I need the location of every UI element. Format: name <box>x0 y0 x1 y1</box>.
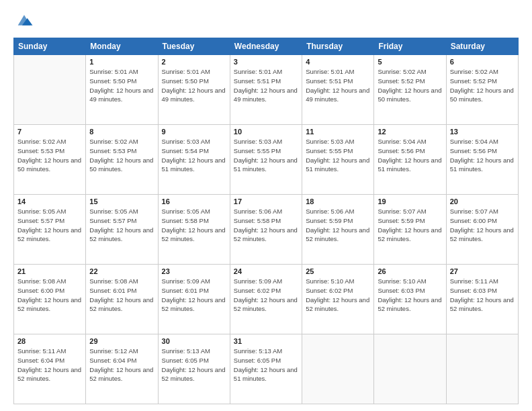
day-detail: Sunrise: 5:01 AMSunset: 5:51 PMDaylight:… <box>306 67 370 104</box>
day-number: 12 <box>378 128 442 136</box>
day-detail: Sunrise: 5:09 AMSunset: 6:02 PMDaylight:… <box>234 277 298 314</box>
day-number: 23 <box>162 267 226 275</box>
day-detail: Sunrise: 5:01 AMSunset: 5:50 PMDaylight:… <box>89 67 154 104</box>
day-number: 5 <box>378 58 442 66</box>
day-detail: Sunrise: 5:07 AMSunset: 5:59 PMDaylight:… <box>378 207 442 244</box>
week-row-3: 14 Sunrise: 5:05 AMSunset: 5:57 PMDaylig… <box>14 195 519 265</box>
day-number: 28 <box>17 337 82 345</box>
calendar-cell: 3 Sunrise: 5:01 AMSunset: 5:51 PMDayligh… <box>230 55 302 125</box>
day-detail: Sunrise: 5:05 AMSunset: 5:57 PMDaylight:… <box>89 207 154 244</box>
weekday-header-friday: Friday <box>374 38 446 55</box>
day-detail: Sunrise: 5:07 AMSunset: 6:00 PMDaylight:… <box>450 207 515 244</box>
calendar-cell: 14 Sunrise: 5:05 AMSunset: 5:57 PMDaylig… <box>14 195 86 265</box>
day-number: 29 <box>89 337 154 345</box>
day-detail: Sunrise: 5:06 AMSunset: 5:58 PMDaylight:… <box>234 207 298 244</box>
calendar-cell: 31 Sunrise: 5:13 AMSunset: 6:05 PMDaylig… <box>230 334 302 404</box>
day-detail: Sunrise: 5:12 AMSunset: 6:04 PMDaylight:… <box>89 347 154 383</box>
calendar-cell <box>302 334 374 404</box>
day-detail: Sunrise: 5:09 AMSunset: 6:01 PMDaylight:… <box>162 277 226 314</box>
day-number: 3 <box>234 58 298 66</box>
calendar-cell <box>374 334 446 404</box>
day-number: 20 <box>450 197 515 205</box>
calendar-cell: 13 Sunrise: 5:04 AMSunset: 5:56 PMDaylig… <box>446 125 518 195</box>
day-detail: Sunrise: 5:08 AMSunset: 6:01 PMDaylight:… <box>89 277 154 314</box>
day-number: 10 <box>234 128 298 136</box>
calendar-cell: 30 Sunrise: 5:13 AMSunset: 6:05 PMDaylig… <box>158 334 230 404</box>
day-detail: Sunrise: 5:13 AMSunset: 6:05 PMDaylight:… <box>234 347 298 383</box>
calendar-cell: 8 Sunrise: 5:02 AMSunset: 5:53 PMDayligh… <box>86 125 158 195</box>
day-number: 9 <box>162 128 226 136</box>
weekday-header-sunday: Sunday <box>14 38 86 55</box>
day-number: 2 <box>162 58 226 66</box>
day-number: 7 <box>17 128 82 136</box>
day-number: 31 <box>234 337 298 345</box>
day-detail: Sunrise: 5:05 AMSunset: 5:58 PMDaylight:… <box>162 207 226 244</box>
calendar-cell: 18 Sunrise: 5:06 AMSunset: 5:59 PMDaylig… <box>302 195 374 265</box>
calendar-cell: 12 Sunrise: 5:04 AMSunset: 5:56 PMDaylig… <box>374 125 446 195</box>
day-number: 17 <box>234 197 298 205</box>
calendar-cell: 26 Sunrise: 5:10 AMSunset: 6:03 PMDaylig… <box>374 265 446 334</box>
calendar-cell <box>14 55 86 125</box>
day-detail: Sunrise: 5:11 AMSunset: 6:03 PMDaylight:… <box>450 277 515 314</box>
day-detail: Sunrise: 5:04 AMSunset: 5:56 PMDaylight:… <box>378 137 442 174</box>
day-number: 14 <box>17 197 82 205</box>
day-detail: Sunrise: 5:03 AMSunset: 5:55 PMDaylight:… <box>306 137 370 174</box>
day-number: 26 <box>378 267 442 275</box>
calendar-cell: 21 Sunrise: 5:08 AMSunset: 6:00 PMDaylig… <box>14 265 86 334</box>
calendar-cell: 23 Sunrise: 5:09 AMSunset: 6:01 PMDaylig… <box>158 265 230 334</box>
calendar-cell: 22 Sunrise: 5:08 AMSunset: 6:01 PMDaylig… <box>86 265 158 334</box>
weekday-header-saturday: Saturday <box>446 38 518 55</box>
calendar-cell: 20 Sunrise: 5:07 AMSunset: 6:00 PMDaylig… <box>446 195 518 265</box>
calendar-cell: 27 Sunrise: 5:11 AMSunset: 6:03 PMDaylig… <box>446 265 518 334</box>
day-number: 6 <box>450 58 515 66</box>
day-detail: Sunrise: 5:01 AMSunset: 5:50 PMDaylight:… <box>162 67 226 104</box>
calendar-cell: 1 Sunrise: 5:01 AMSunset: 5:50 PMDayligh… <box>86 55 158 125</box>
week-row-5: 28 Sunrise: 5:11 AMSunset: 6:04 PMDaylig… <box>14 334 519 404</box>
day-number: 19 <box>378 197 442 205</box>
day-detail: Sunrise: 5:06 AMSunset: 5:59 PMDaylight:… <box>306 207 370 244</box>
day-detail: Sunrise: 5:08 AMSunset: 6:00 PMDaylight:… <box>17 277 82 314</box>
weekday-header-tuesday: Tuesday <box>158 38 230 55</box>
day-detail: Sunrise: 5:13 AMSunset: 6:05 PMDaylight:… <box>162 347 226 383</box>
calendar-cell: 29 Sunrise: 5:12 AMSunset: 6:04 PMDaylig… <box>86 334 158 404</box>
day-number: 25 <box>306 267 370 275</box>
day-detail: Sunrise: 5:03 AMSunset: 5:54 PMDaylight:… <box>162 137 226 174</box>
day-detail: Sunrise: 5:10 AMSunset: 6:03 PMDaylight:… <box>378 277 442 314</box>
day-number: 11 <box>306 128 370 136</box>
calendar-cell: 5 Sunrise: 5:02 AMSunset: 5:52 PMDayligh… <box>374 55 446 125</box>
calendar-cell: 9 Sunrise: 5:03 AMSunset: 5:54 PMDayligh… <box>158 125 230 195</box>
calendar-cell: 6 Sunrise: 5:02 AMSunset: 5:52 PMDayligh… <box>446 55 518 125</box>
calendar-table: SundayMondayTuesdayWednesdayThursdayFrid… <box>13 38 519 404</box>
week-row-4: 21 Sunrise: 5:08 AMSunset: 6:00 PMDaylig… <box>14 265 519 334</box>
calendar-cell: 4 Sunrise: 5:01 AMSunset: 5:51 PMDayligh… <box>302 55 374 125</box>
day-number: 22 <box>89 267 154 275</box>
day-number: 21 <box>17 267 82 275</box>
calendar-cell: 28 Sunrise: 5:11 AMSunset: 6:04 PMDaylig… <box>14 334 86 404</box>
calendar-cell: 15 Sunrise: 5:05 AMSunset: 5:57 PMDaylig… <box>86 195 158 265</box>
logo <box>13 11 34 32</box>
day-number: 18 <box>306 197 370 205</box>
calendar-cell: 7 Sunrise: 5:02 AMSunset: 5:53 PMDayligh… <box>14 125 86 195</box>
day-number: 8 <box>89 128 154 136</box>
day-detail: Sunrise: 5:02 AMSunset: 5:52 PMDaylight:… <box>450 67 515 104</box>
day-detail: Sunrise: 5:10 AMSunset: 6:02 PMDaylight:… <box>306 277 370 314</box>
calendar-cell: 17 Sunrise: 5:06 AMSunset: 5:58 PMDaylig… <box>230 195 302 265</box>
day-detail: Sunrise: 5:04 AMSunset: 5:56 PMDaylight:… <box>450 137 515 174</box>
day-number: 24 <box>234 267 298 275</box>
day-detail: Sunrise: 5:11 AMSunset: 6:04 PMDaylight:… <box>17 347 82 383</box>
day-number: 27 <box>450 267 515 275</box>
calendar-cell: 11 Sunrise: 5:03 AMSunset: 5:55 PMDaylig… <box>302 125 374 195</box>
calendar-cell: 10 Sunrise: 5:03 AMSunset: 5:55 PMDaylig… <box>230 125 302 195</box>
calendar-cell: 16 Sunrise: 5:05 AMSunset: 5:58 PMDaylig… <box>158 195 230 265</box>
day-detail: Sunrise: 5:05 AMSunset: 5:57 PMDaylight:… <box>17 207 82 244</box>
day-number: 15 <box>89 197 154 205</box>
header <box>13 11 519 32</box>
weekday-header-thursday: Thursday <box>302 38 374 55</box>
day-number: 4 <box>306 58 370 66</box>
calendar-cell: 2 Sunrise: 5:01 AMSunset: 5:50 PMDayligh… <box>158 55 230 125</box>
day-detail: Sunrise: 5:01 AMSunset: 5:51 PMDaylight:… <box>234 67 298 104</box>
weekday-header-wednesday: Wednesday <box>230 38 302 55</box>
logo-icon <box>15 11 34 30</box>
week-row-1: 1 Sunrise: 5:01 AMSunset: 5:50 PMDayligh… <box>14 55 519 125</box>
day-detail: Sunrise: 5:03 AMSunset: 5:55 PMDaylight:… <box>234 137 298 174</box>
